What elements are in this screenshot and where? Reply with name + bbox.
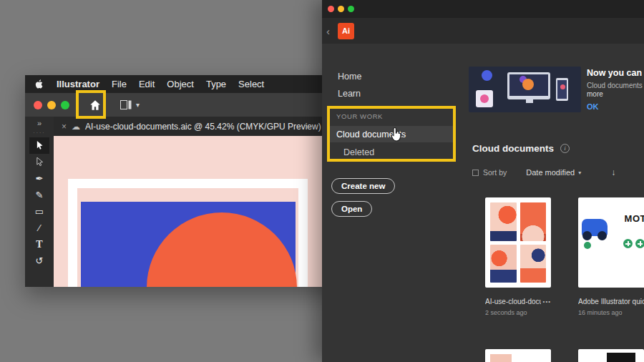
document-setup-button[interactable] bbox=[120, 100, 132, 109]
direct-selection-arrow-icon bbox=[36, 157, 44, 167]
thumbnail-art-2 bbox=[520, 202, 547, 241]
thumbnail-moto-text: MOT bbox=[625, 213, 644, 224]
document-thumbnail[interactable]: MOT bbox=[578, 197, 644, 288]
banner-more-link[interactable]: more bbox=[587, 90, 644, 98]
sort-value-dropdown[interactable]: Date modified bbox=[526, 168, 575, 177]
home-app-bar: ‹ Ai bbox=[322, 18, 644, 44]
banner-body: Cloud documents in bbox=[587, 82, 644, 89]
zoom-window-button[interactable] bbox=[348, 6, 354, 12]
rectangle-tool[interactable]: ▭ bbox=[29, 203, 49, 220]
banner-logo-circle bbox=[482, 70, 492, 81]
content-heading-row: Cloud documents i bbox=[472, 143, 570, 154]
illustrator-home-screen: ‹ Ai Home Learn YOUR WORK Cloud document… bbox=[322, 0, 644, 362]
pen-tool[interactable]: ✒ bbox=[29, 170, 49, 187]
banner-monitor-illustration bbox=[507, 72, 550, 99]
document-title[interactable]: AI-use-cloud-documents… bbox=[485, 298, 541, 305]
type-tool[interactable]: T bbox=[29, 236, 49, 253]
banner-ok-button[interactable]: OK bbox=[587, 102, 644, 111]
sidebar-item-home[interactable]: Home bbox=[338, 72, 361, 82]
line-segment-tool[interactable]: ∕ bbox=[29, 220, 49, 236]
close-window-button[interactable] bbox=[328, 6, 334, 12]
thumbnail-motorcycle-art bbox=[582, 219, 608, 236]
banner-text-block: Now you can use Cloud documents in more … bbox=[587, 68, 644, 111]
illustrator-app-icon: Ai bbox=[338, 23, 354, 39]
document-card-partial[interactable] bbox=[485, 349, 551, 362]
tools-grip-handle[interactable]: ···· bbox=[33, 130, 45, 137]
sidebar-item-learn[interactable]: Learn bbox=[338, 89, 361, 99]
selection-tool[interactable] bbox=[29, 137, 49, 154]
document-card-partial[interactable] bbox=[578, 349, 644, 362]
menu-illustrator[interactable]: Illustrator bbox=[57, 79, 99, 89]
thumbnail-badge-icon bbox=[623, 239, 633, 248]
rotate-tool[interactable]: ↺ bbox=[29, 253, 49, 269]
menu-object[interactable]: Object bbox=[167, 79, 194, 89]
chevron-down-icon[interactable]: ▾ bbox=[578, 170, 581, 176]
selection-arrow-icon bbox=[36, 141, 44, 150]
document-thumbnail[interactable] bbox=[485, 197, 551, 288]
banner-phone-illustration bbox=[556, 78, 568, 101]
pencil-tool[interactable]: ✎ bbox=[29, 187, 49, 203]
home-window-titlebar bbox=[322, 0, 644, 18]
menu-edit[interactable]: Edit bbox=[139, 79, 155, 89]
document-card[interactable]: AI-use-cloud-documents… ••• 2 seconds ag… bbox=[485, 197, 551, 316]
sort-controls: Sort by Date modified ▾ ↓ bbox=[472, 167, 615, 177]
thumbnail-art-3 bbox=[490, 245, 517, 283]
close-window-button[interactable] bbox=[34, 101, 42, 109]
document-timestamp: 2 seconds ago bbox=[485, 309, 551, 316]
back-chevron-icon[interactable]: ‹ bbox=[326, 25, 335, 37]
apple-menu-icon[interactable] bbox=[35, 79, 44, 89]
document-timestamp: 16 minutes ago bbox=[578, 309, 644, 316]
page-title: Cloud documents bbox=[472, 143, 554, 154]
document-tab-title[interactable]: AI-use-cloud-documents.aic @ 45.42% (CMY… bbox=[85, 122, 321, 132]
home-icon bbox=[89, 99, 102, 112]
menu-select[interactable]: Select bbox=[238, 79, 264, 89]
cloud-documents-banner-image bbox=[469, 67, 581, 112]
tools-expand-icon[interactable]: » bbox=[37, 119, 42, 130]
document-title[interactable]: Adobe Illustrator quick start bbox=[578, 298, 644, 305]
menu-type[interactable]: Type bbox=[206, 79, 226, 89]
sidebar-item-deleted[interactable]: Deleted bbox=[343, 147, 374, 157]
sidebar-section-your-work: YOUR WORK bbox=[336, 112, 383, 120]
thumbnail-badge-icon bbox=[635, 239, 644, 248]
document-card[interactable]: MOT Adobe Illustrator quick start 16 min… bbox=[578, 197, 644, 316]
home-button[interactable] bbox=[86, 96, 104, 114]
thumbnail-art-1 bbox=[490, 202, 517, 241]
more-options-icon[interactable]: ••• bbox=[543, 298, 551, 305]
create-new-button[interactable]: Create new bbox=[331, 178, 395, 194]
cloud-icon: ☁ bbox=[72, 122, 80, 132]
open-button[interactable]: Open bbox=[331, 201, 372, 217]
banner-title: Now you can use bbox=[587, 68, 644, 78]
hand-cursor-icon bbox=[390, 127, 404, 146]
desktop: Illustrator File Edit Object Type Select… bbox=[0, 0, 644, 362]
tab-close-icon[interactable]: × bbox=[62, 122, 67, 132]
direct-selection-tool[interactable] bbox=[29, 154, 49, 170]
select-all-checkbox[interactable] bbox=[472, 170, 479, 176]
chevron-down-icon[interactable]: ▾ bbox=[136, 101, 140, 109]
thumbnail-art-4 bbox=[520, 245, 547, 283]
zoom-window-button[interactable] bbox=[61, 101, 69, 109]
minimize-window-button[interactable] bbox=[338, 6, 344, 12]
menu-file[interactable]: File bbox=[112, 79, 127, 89]
info-icon[interactable]: i bbox=[560, 144, 570, 153]
sort-by-label: Sort by bbox=[483, 168, 507, 177]
sort-direction-icon[interactable]: ↓ bbox=[611, 167, 615, 177]
document-setup-icon bbox=[120, 100, 132, 109]
banner-avatar-tile bbox=[476, 90, 493, 107]
tools-panel: » ···· ✒ ✎ ▭ ∕ T ↺ bbox=[25, 117, 54, 287]
minimize-window-button[interactable] bbox=[47, 101, 56, 109]
